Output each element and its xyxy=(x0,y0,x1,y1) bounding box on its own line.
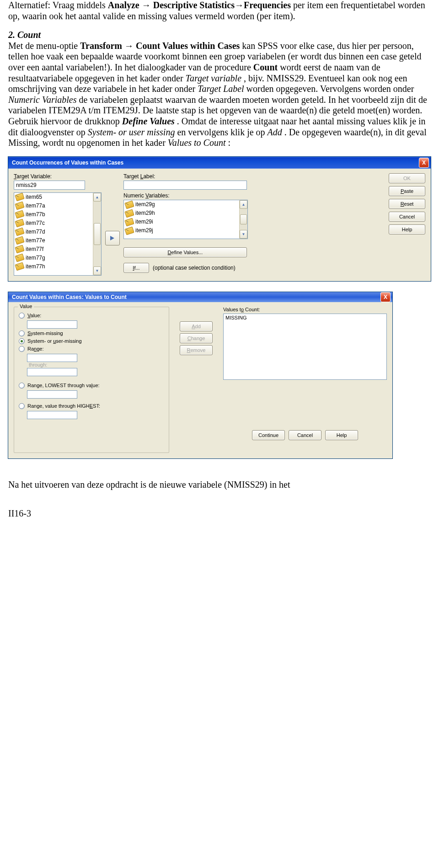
target-variable-input[interactable] xyxy=(14,181,85,190)
text: Met de menu-optie xyxy=(8,41,80,51)
add-button[interactable]: AAdddd xyxy=(180,321,213,331)
intro-paragraph: Alternatief: Vraag middels Analyze → Des… xyxy=(8,0,431,21)
continue-button[interactable]: Continue xyxy=(252,430,285,440)
list-item[interactable]: item77d xyxy=(14,228,101,236)
text: : xyxy=(228,138,231,148)
values-to-count-list[interactable]: MISSING xyxy=(223,314,387,380)
list-item[interactable]: item29h xyxy=(124,209,247,218)
list-item-label: item65 xyxy=(26,194,42,200)
variable-icon xyxy=(15,245,24,254)
menu-path: Transform → Count Values within Cases xyxy=(80,41,240,51)
radio-range[interactable]: RanRange:ge: xyxy=(19,346,164,352)
svg-marker-0 xyxy=(110,236,114,240)
target-label-input[interactable] xyxy=(123,181,247,190)
titlebar[interactable]: Count Values within Cases: Values to Cou… xyxy=(8,292,392,302)
cancel-button[interactable]: Cancel xyxy=(289,430,321,440)
target-variable-label: TTarget Variable:arget Variable: xyxy=(14,173,102,180)
field-ref: Values to Count xyxy=(168,138,226,148)
radio-system-or-user-missing[interactable]: System- or uSystem- or user-missingser-m… xyxy=(19,338,164,344)
button-ref: Define Values xyxy=(122,116,175,126)
variable-icon xyxy=(15,193,24,202)
list-item[interactable]: item29i xyxy=(124,218,247,226)
target-label-label: Target Label: xyxy=(123,173,247,180)
list-item[interactable]: item77h xyxy=(14,262,101,271)
close-icon[interactable]: X xyxy=(419,158,429,168)
list-item[interactable]: item77g xyxy=(14,254,101,262)
titlebar[interactable]: Count Occurrences of Values within Cases… xyxy=(8,157,431,169)
values-to-count-dialog: Count Values within Cases: Values to Cou… xyxy=(8,292,392,458)
help-button[interactable]: Help xyxy=(389,224,425,234)
paste-button[interactable]: PPasteaste xyxy=(389,186,425,196)
footer-text: Na het uitvoeren van deze opdracht is de… xyxy=(8,479,431,490)
list-item[interactable]: MISSING xyxy=(225,315,385,321)
scrollbar[interactable]: ▲ ▼ xyxy=(93,193,101,275)
radio-range-lowest[interactable]: Range, LOWEST through valRange, LOWEST t… xyxy=(19,383,164,389)
value-input[interactable] xyxy=(27,320,77,329)
button-ref: Add xyxy=(268,127,282,137)
scroll-thumb[interactable] xyxy=(240,214,247,224)
reset-button[interactable]: RReseteset xyxy=(389,199,425,209)
list-item[interactable]: item77a xyxy=(14,202,101,210)
variable-icon xyxy=(124,226,134,235)
numeric-variables-list[interactable]: item29gitem29hitem29iitem29j ▲ ▼ xyxy=(123,200,248,239)
move-variable-button[interactable] xyxy=(105,231,120,245)
scroll-thumb[interactable] xyxy=(94,223,101,245)
if-button[interactable]: IIf...f... xyxy=(123,263,149,273)
radio-system-missing[interactable]: SSystem-missingystem-missing xyxy=(19,330,164,336)
define-values-button[interactable]: DDefine Values...efine Values... xyxy=(123,247,247,257)
cancel-button[interactable]: Cancel xyxy=(389,212,425,222)
list-item-label: item77d xyxy=(26,229,45,235)
help-button[interactable]: Help xyxy=(325,430,358,440)
source-variable-list[interactable]: item65item77aitem77bitem77citem77ditem77… xyxy=(14,192,102,276)
list-item[interactable]: item77c xyxy=(14,219,101,228)
range-from-input[interactable] xyxy=(27,354,77,362)
variable-icon xyxy=(15,219,24,228)
range-through-label: through: xyxy=(29,362,164,368)
list-item-label: item77c xyxy=(26,220,45,226)
list-item-label: item29i xyxy=(135,218,153,225)
values-to-count-label: Values toValues to Count: Count: xyxy=(223,307,387,313)
menu-path: Analyze → Descriptive Statistics→Frequen… xyxy=(108,0,291,10)
scroll-up-icon[interactable]: ▲ xyxy=(93,193,101,202)
ok-button[interactable]: OK xyxy=(389,173,425,183)
list-item-label: item29h xyxy=(135,210,155,216)
variable-icon xyxy=(15,236,24,245)
range-to-input[interactable] xyxy=(27,368,77,376)
close-icon[interactable]: X xyxy=(380,292,391,302)
window-title: Count Values within Cases: Values to Cou… xyxy=(12,294,127,300)
list-item-label: item29g xyxy=(135,201,155,208)
range-lowest-input[interactable] xyxy=(27,390,77,399)
list-item-label: item77g xyxy=(26,255,45,261)
field-ref: Numeric Variables xyxy=(8,95,76,105)
range-highest-input[interactable] xyxy=(27,411,77,419)
variable-icon xyxy=(15,202,24,210)
change-button[interactable]: CChangehange xyxy=(180,333,213,343)
list-item[interactable]: item77b xyxy=(14,210,101,219)
if-condition-note: (optional case selection condition) xyxy=(153,265,236,271)
list-item[interactable]: item65 xyxy=(14,193,101,202)
procedure-name: Count xyxy=(253,62,278,72)
list-item-label: item77e xyxy=(26,237,45,244)
scroll-down-icon[interactable]: ▼ xyxy=(93,266,101,275)
scroll-down-icon[interactable]: ▼ xyxy=(240,230,247,239)
variable-icon xyxy=(15,210,24,219)
variable-icon xyxy=(124,209,134,218)
radio-range-highest[interactable]: Range, value through HIGHERange, value t… xyxy=(19,403,164,409)
option-ref: System- or user missing xyxy=(88,127,175,137)
text: worden opgegeven. Vervolgens worden onde… xyxy=(246,84,414,94)
scrollbar[interactable]: ▲ ▼ xyxy=(239,200,247,239)
field-ref: Target Label xyxy=(198,84,244,94)
list-item[interactable]: item29j xyxy=(124,226,247,235)
list-item[interactable]: item29g xyxy=(124,200,247,209)
scroll-up-icon[interactable]: ▲ xyxy=(240,200,247,209)
text: en vervolgens klik je op xyxy=(177,127,267,137)
list-item[interactable]: item77e xyxy=(14,236,101,245)
list-item-label: item29j xyxy=(135,227,153,234)
radio-value[interactable]: VValue:alue: xyxy=(19,313,164,319)
remove-button[interactable]: RRemoveemove xyxy=(180,345,213,355)
text: Alternatief: Vraag middels xyxy=(8,0,108,10)
list-item-label: item77a xyxy=(26,202,45,209)
page-number: II16-3 xyxy=(8,508,431,519)
list-item[interactable]: item77f xyxy=(14,245,101,254)
field-ref: Target variable xyxy=(186,73,241,83)
